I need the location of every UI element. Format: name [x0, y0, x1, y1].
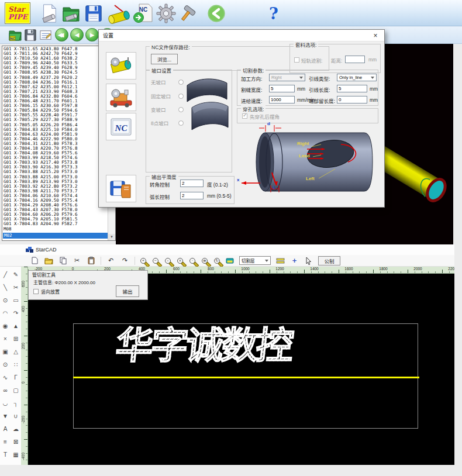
- settings-gear-icon[interactable]: [156, 3, 177, 24]
- gcode-selected-line[interactable]: M02: [3, 233, 108, 239]
- palette-tool-icon[interactable]: ∷: [11, 358, 21, 371]
- arc-input[interactable]: [180, 192, 204, 199]
- zoom-tool-icon[interactable]: ·: [189, 258, 195, 264]
- cut-icon[interactable]: ✂: [73, 256, 81, 265]
- zoom-tool-icon[interactable]: +: [140, 258, 146, 264]
- palette-tool-icon[interactable]: △: [11, 345, 21, 358]
- dialog-titlebar[interactable]: 设置: [99, 30, 384, 42]
- metric-button[interactable]: 公制: [318, 256, 340, 265]
- redo-icon[interactable]: ↷: [120, 256, 129, 265]
- paste-icon[interactable]: [87, 256, 95, 265]
- palette-tool-icon[interactable]: ╱: [0, 268, 11, 281]
- palette-tool-icon[interactable]: T: [0, 448, 11, 461]
- nav-button[interactable]: ◀: [70, 28, 84, 42]
- cursor-icon[interactable]: [304, 256, 313, 265]
- short-track-checkbox[interactable]: [294, 57, 299, 63]
- crosshair-icon[interactable]: +: [290, 256, 299, 265]
- palette-tool-icon[interactable]: ⊞: [11, 332, 21, 345]
- machine-settings-button[interactable]: [106, 84, 136, 111]
- pipe-probe-icon[interactable]: [108, 3, 133, 24]
- distance-input[interactable]: [345, 56, 365, 63]
- pierce-first-checkbox[interactable]: [242, 113, 247, 119]
- palette-tool-icon[interactable]: ▲: [11, 319, 21, 332]
- lead-type-select[interactable]: Only in_line: [337, 74, 377, 81]
- palette-tool-icon[interactable]: A: [0, 422, 11, 435]
- scroll-down-icon[interactable]: ▼: [108, 234, 115, 240]
- edit-list-icon[interactable]: [39, 28, 53, 42]
- zoom-tool-icon[interactable]: ⊕: [202, 258, 208, 264]
- groove-option[interactable]: 无坡口: [151, 78, 184, 85]
- direction-select[interactable]: Right: [269, 74, 305, 81]
- feed-input[interactable]: [269, 96, 295, 104]
- palette-tool-icon[interactable]: ⊙: [0, 294, 11, 306]
- palette-tool-icon[interactable]: ≡: [0, 435, 11, 448]
- undo-icon[interactable]: ↶: [106, 256, 115, 265]
- palette-tool-icon[interactable]: ✂: [11, 281, 21, 294]
- open-file-icon[interactable]: [61, 3, 82, 24]
- palette-tool-icon[interactable]: Γ: [11, 371, 21, 384]
- palette-tool-icon[interactable]: ╲: [0, 281, 11, 294]
- end-input[interactable]: [337, 96, 367, 104]
- help-icon[interactable]: ?: [263, 3, 284, 24]
- starcad-titlebar[interactable]: StarCAD: [0, 244, 462, 255]
- groove-radio[interactable]: [178, 120, 184, 126]
- gcode-line[interactable]: G01 X-7804.83 A204.90 F582.7: [4, 222, 107, 226]
- palette-tool-icon[interactable]: ▼: [0, 409, 11, 422]
- palette-tool-icon[interactable]: ⊙: [0, 358, 11, 371]
- nc-export-icon[interactable]: NC: [133, 3, 154, 24]
- drawing-canvas[interactable]: 华字诚数控: [28, 274, 454, 465]
- groove-option[interactable]: 固定坡口: [151, 92, 184, 99]
- corner-input[interactable]: [180, 180, 204, 187]
- new-drawing-icon[interactable]: [30, 256, 39, 265]
- dimension-icon[interactable]: [276, 256, 285, 265]
- kerf-input[interactable]: [269, 85, 295, 92]
- vertical-placement-checkbox[interactable]: [33, 289, 39, 294]
- palette-tool-icon[interactable]: ⊠: [11, 435, 21, 448]
- palette-tool-icon[interactable]: ▭: [11, 294, 21, 306]
- groove-option[interactable]: 变坡口: [151, 106, 184, 113]
- palette-tool-icon[interactable]: ✎: [11, 268, 21, 281]
- layer-combo[interactable]: 切割层: [239, 256, 271, 265]
- groove-radio[interactable]: [178, 94, 184, 99]
- palette-tool-icon[interactable]: ▣: [0, 345, 11, 358]
- palette-tool-icon[interactable]: ↷: [11, 306, 21, 319]
- palette-tool-icon[interactable]: ▦: [11, 448, 21, 461]
- gcode-line[interactable]: M08: [4, 227, 107, 232]
- groove-radio[interactable]: [178, 80, 184, 85]
- nav-button[interactable]: ▶: [85, 28, 99, 42]
- zoom-tool-icon[interactable]: ▫: [165, 258, 171, 264]
- nc-settings-button[interactable]: NC: [106, 113, 136, 140]
- palette-tool-icon[interactable]: ∞: [0, 384, 11, 396]
- save-icon[interactable]: [83, 3, 104, 24]
- palette-tool-icon[interactable]: ▢: [11, 384, 21, 396]
- palette-tool-icon[interactable]: ×: [0, 332, 11, 345]
- palette-tool-icon[interactable]: ☁: [11, 422, 21, 435]
- save-settings-button[interactable]: [106, 175, 136, 202]
- nc-folder-icon[interactable]: NC: [8, 28, 22, 42]
- browse-button[interactable]: 浏览...: [151, 54, 178, 64]
- zoom-tool-icon[interactable]: ↻: [214, 258, 220, 264]
- nav-button[interactable]: ◀: [55, 28, 68, 42]
- groove-option[interactable]: 8点坡口: [151, 119, 184, 126]
- close-icon[interactable]: ×: [369, 31, 382, 40]
- save-nc-icon[interactable]: [23, 28, 37, 42]
- palette-tool-icon[interactable]: ┐: [11, 396, 21, 409]
- copy-icon[interactable]: [58, 256, 67, 265]
- palette-tool-icon[interactable]: ◉: [0, 319, 11, 332]
- zoom-tool-icon[interactable]: −: [153, 258, 158, 264]
- palette-tool-icon[interactable]: ∪: [11, 409, 21, 422]
- palette-tool-icon[interactable]: ◡: [0, 396, 11, 409]
- palette-tool-icon[interactable]: ◠: [0, 306, 11, 319]
- back-icon[interactable]: [206, 3, 227, 24]
- output-button[interactable]: 输出: [116, 285, 139, 297]
- zoom-tool-icon[interactable]: ×: [177, 258, 183, 264]
- new-file-icon[interactable]: [39, 3, 60, 24]
- tools-hammer-icon[interactable]: [178, 3, 199, 24]
- lead-len-input[interactable]: [337, 85, 367, 92]
- layer-paint-icon[interactable]: [225, 256, 234, 265]
- pipe-settings-button[interactable]: [106, 52, 136, 80]
- groove-radio[interactable]: [178, 107, 184, 112]
- bottom-gutter: [0, 465, 462, 476]
- palette-tool-icon[interactable]: ∿: [0, 371, 11, 384]
- open-drawing-icon[interactable]: [44, 256, 53, 265]
